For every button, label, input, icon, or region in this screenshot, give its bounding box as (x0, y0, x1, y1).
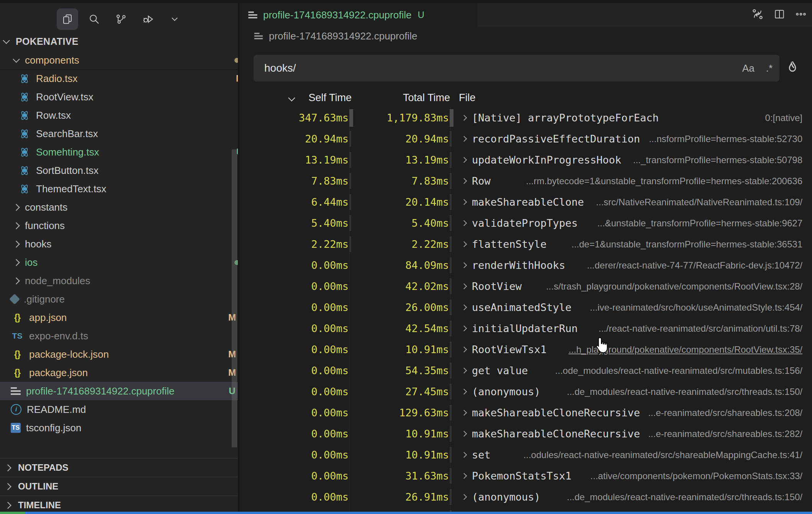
file-location-link[interactable]: ...s/trash_playground/pokenative/compone… (546, 276, 802, 297)
tree-item[interactable]: constants (0, 198, 252, 216)
sidebar-item-timeline[interactable]: TIMELINE (0, 496, 238, 514)
file-location-link[interactable]: ...ode_modules/react-native-reanimated/s… (555, 360, 802, 381)
tree-item[interactable]: Somehting.tsx U (0, 143, 256, 161)
filter-input[interactable] (264, 62, 731, 75)
profile-row[interactable]: 0.00ms 84.09ms renderWithHooks ...derer/… (239, 255, 812, 276)
profile-row[interactable]: 0.00ms 42.54ms initialUpdaterRun .../rea… (239, 318, 812, 339)
search-icon[interactable] (83, 8, 105, 30)
file-location-link[interactable]: .../react-native-reanimated/src/animatio… (599, 318, 802, 339)
source-control-icon[interactable] (110, 8, 132, 30)
explorer-project-header[interactable]: POKENATIVE (0, 32, 238, 51)
expand-chevron-icon[interactable] (461, 452, 467, 458)
tree-item[interactable]: TS tsconfig.json (0, 419, 249, 437)
tree-item[interactable]: ios (0, 253, 252, 272)
file-location-link[interactable]: ...src/NativeReanimated/NativeReanimated… (596, 192, 802, 213)
profile-row[interactable]: 0.00ms 26.91ms (anonymous) ...de_modules… (239, 486, 812, 507)
expand-chevron-icon[interactable] (461, 304, 467, 311)
expand-chevron-icon[interactable] (461, 389, 467, 395)
expand-chevron-icon[interactable] (461, 347, 467, 353)
column-header-total-time[interactable]: Total Time (362, 92, 450, 104)
split-editor-icon[interactable] (774, 8, 785, 21)
column-header-file[interactable]: File (459, 92, 476, 104)
file-location-link[interactable]: ...derer/react-native-74-77/ReactFabric-… (587, 255, 803, 276)
tree-item[interactable]: profile-1741689314922.cpuprofile U (0, 382, 249, 400)
expand-chevron-icon[interactable] (461, 241, 467, 247)
profile-row[interactable]: 7.83ms 7.83ms Row ...rm.bytecode=1&unsta… (239, 170, 812, 192)
tree-item[interactable]: .gitignore (0, 290, 249, 308)
expand-chevron-icon[interactable] (461, 494, 467, 500)
profile-row[interactable]: 5.40ms 5.40ms validatePropTypes ...&unst… (239, 213, 812, 234)
profile-row[interactable]: 6.44ms 20.14ms makeShareableClone ...src… (239, 192, 812, 213)
expand-chevron-icon[interactable] (461, 136, 467, 142)
tree-item[interactable]: {} app.json M (0, 308, 249, 327)
expand-chevron-icon[interactable] (461, 115, 467, 121)
profile-row[interactable]: 347.63ms 1,179.83ms [Native] arrayProtot… (239, 107, 812, 128)
tree-item[interactable]: Radio.tsx M (0, 69, 256, 88)
more-views-chevron-icon[interactable] (164, 8, 185, 30)
more-actions-icon[interactable] (795, 8, 807, 21)
file-location-link[interactable]: ..._transformProfile=hermes-stable:50798 (633, 149, 802, 170)
file-location-link[interactable]: ...de_modules/react-native-reanimated/sr… (567, 381, 802, 402)
profile-row[interactable]: 20.94ms 20.94ms recordPassiveEffectDurat… (239, 128, 812, 149)
open-changes-icon[interactable] (751, 8, 764, 22)
tree-item[interactable]: RootView.tsx (0, 88, 256, 106)
file-location-link[interactable]: ...e-reanimated/src/shareables.ts:208/ (648, 402, 802, 423)
profile-row[interactable]: 0.00ms 42.02ms RootView ...s/trash_playg… (239, 276, 812, 297)
run-debug-icon[interactable] (137, 8, 159, 30)
expand-chevron-icon[interactable] (461, 262, 467, 268)
file-location-link[interactable]: ...ive-reanimated/src/hook/useAnimatedSt… (590, 297, 802, 318)
expand-chevron-icon[interactable] (461, 326, 467, 332)
tree-item[interactable]: Row.tsx (0, 106, 256, 124)
file-location-link[interactable]: ...de=1&unstable_transformProfile=hermes… (571, 234, 802, 255)
tree-item[interactable]: SortButton.tsx (0, 161, 256, 180)
sidebar-item-notepads[interactable]: NOTEPADS (0, 458, 238, 477)
sidebar-scrollbar[interactable] (232, 149, 237, 447)
file-location-link[interactable]: ...de_modules/react-native-reanimated/sr… (567, 486, 802, 507)
expand-chevron-icon[interactable] (461, 199, 467, 205)
file-location-link[interactable]: ...e-reanimated/src/shareables.ts:282/ (648, 423, 802, 444)
file-location-link[interactable]: ...rm.bytecode=1&unstable_transformProfi… (526, 170, 802, 192)
profile-row[interactable]: 0.00ms 54.35ms get value ...ode_modules/… (239, 360, 812, 381)
file-location-link[interactable]: ...nsformProfile=hermes-stable:52730 (649, 128, 802, 149)
tab-cpuprofile[interactable]: profile-1741689314922.cpuprofile U (239, 3, 478, 27)
tree-item[interactable]: node_modules (0, 272, 252, 290)
profile-row[interactable]: 0.00ms 10.91ms set ...odules/react-nativ… (239, 444, 812, 465)
column-header-self-time[interactable]: Self Time (239, 92, 352, 104)
expand-chevron-icon[interactable] (461, 178, 467, 184)
profile-row[interactable]: 13.19ms 13.19ms updateWorkInProgressHook… (239, 149, 812, 170)
expand-chevron-icon[interactable] (461, 283, 467, 290)
profile-row[interactable]: 0.00ms 27.45ms (anonymous) ...de_modules… (239, 381, 812, 402)
expand-chevron-icon[interactable] (461, 473, 467, 479)
profile-row[interactable]: 0.00ms 10.91ms RootViewTsx1 ...h_playgro… (239, 339, 812, 360)
tree-item[interactable]: functions (0, 216, 252, 235)
tree-item[interactable]: {} package-lock.json M (0, 345, 249, 363)
profile-row[interactable]: 0.00ms 31.63ms PokemonStatsTsx1 ...ative… (239, 465, 812, 486)
regex-icon[interactable]: .* (766, 62, 773, 74)
file-location-link[interactable]: ...odules/react-native-reanimated/src/sh… (524, 444, 802, 465)
expand-chevron-icon[interactable] (461, 368, 467, 374)
sidebar-item-outline[interactable]: OUTLINE (0, 477, 238, 496)
tree-item[interactable]: i README.md (0, 400, 249, 419)
file-location-link[interactable]: ...&unstable_transformProfile=hermes-sta… (597, 213, 802, 234)
tree-item[interactable]: TS expo-env.d.ts (0, 327, 249, 345)
total-time-value: 1,179.83ms (362, 107, 449, 128)
expand-chevron-icon[interactable] (461, 220, 467, 226)
flame-chart-icon[interactable] (785, 60, 800, 77)
breadcrumb[interactable]: profile-1741689314922.cpuprofile (239, 27, 812, 45)
profile-row[interactable]: 0.00ms 129.63ms makeShareableCloneRecurs… (239, 402, 812, 423)
profile-row[interactable]: 0.00ms 10.91ms makeShareableCloneRecursi… (239, 423, 812, 444)
file-location-link[interactable]: ...ative/components/pokemon/PokemonStats… (590, 465, 802, 486)
profile-row[interactable]: 0.00ms 26.00ms useAnimatedStyle ...ive-r… (239, 297, 812, 318)
tree-item[interactable]: ThemedText.tsx (0, 180, 256, 198)
expand-chevron-icon[interactable] (461, 157, 467, 163)
tree-item[interactable]: SearchBar.tsx (0, 124, 256, 143)
expand-chevron-icon[interactable] (461, 410, 467, 416)
file-location-link[interactable]: 0:[native] (765, 107, 802, 128)
tree-item[interactable]: components (0, 51, 252, 69)
profile-row[interactable]: 2.22ms 2.22ms flattenStyle ...de=1&unsta… (239, 234, 812, 255)
tree-item[interactable]: {} package.json M (0, 363, 249, 382)
explorer-icon[interactable] (57, 8, 78, 30)
match-case-icon[interactable]: Aa (742, 62, 755, 74)
expand-chevron-icon[interactable] (461, 431, 467, 437)
tree-item[interactable]: hooks (0, 235, 252, 253)
